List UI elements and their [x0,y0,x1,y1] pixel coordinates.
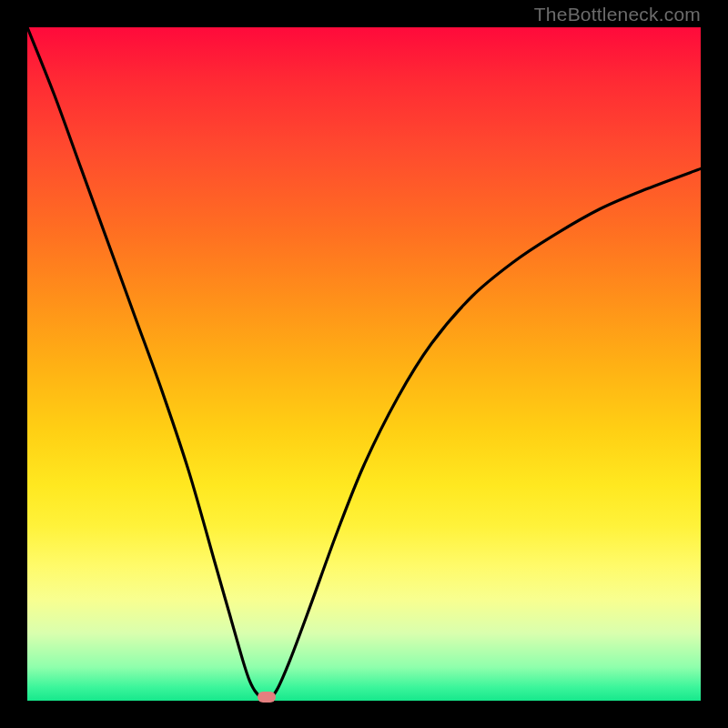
watermark-text: TheBottleneck.com [534,4,701,25]
minimum-marker [258,692,276,703]
chart-frame: TheBottleneck.com [0,0,728,728]
bottleneck-curve [27,27,701,701]
plot-area [27,27,701,701]
